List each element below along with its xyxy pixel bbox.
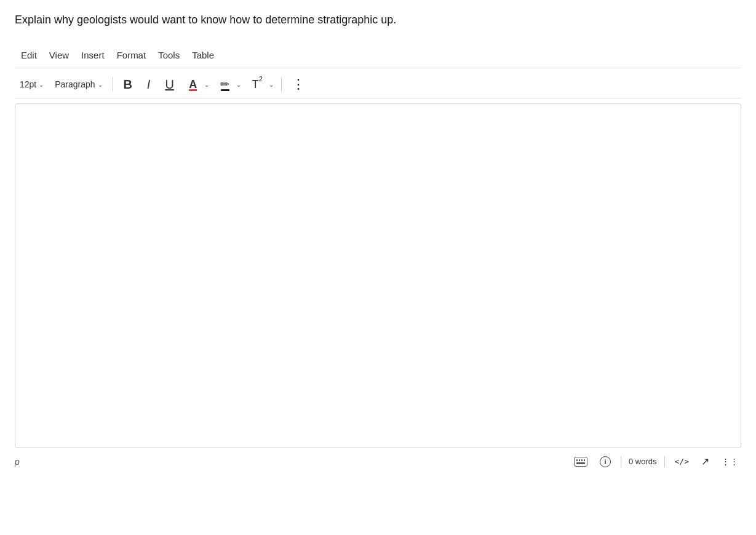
menu-item-view[interactable]: View (43, 47, 75, 63)
menu-bar: Edit View Insert Format Tools Table (15, 42, 741, 68)
toolbar-separator-1 (113, 77, 113, 92)
menu-item-format[interactable]: Format (111, 47, 153, 63)
keyboard-icon (574, 457, 587, 467)
menu-item-table[interactable]: Table (186, 47, 220, 63)
font-size-value: 12pt (20, 79, 36, 89)
paragraph-style-value: Paragraph (55, 79, 95, 89)
menu-item-insert[interactable]: Insert (75, 47, 111, 63)
element-tag-indicator: p (15, 457, 20, 467)
highlight-button-group[interactable]: ✏ ⌄ (213, 74, 244, 94)
status-more-icon: ⋮⋮ (722, 457, 739, 466)
menu-item-tools[interactable]: Tools (152, 47, 186, 63)
superscript-button-group[interactable]: T2 ⌄ (245, 74, 276, 94)
underline-button[interactable]: U (160, 74, 180, 94)
expand-button[interactable]: ↗ (699, 454, 712, 469)
info-icon: i (600, 456, 611, 467)
expand-icon: ↗ (701, 456, 709, 467)
font-color-button-group[interactable]: A ⌄ (181, 74, 212, 94)
italic-button[interactable]: I (139, 74, 159, 94)
toolbar-separator-2 (281, 77, 282, 92)
highlight-chevron-icon: ⌄ (236, 81, 241, 88)
keyboard-shortcut-button[interactable] (571, 456, 590, 468)
font-color-button[interactable]: A (183, 74, 203, 94)
bold-button[interactable]: B (118, 74, 138, 94)
superscript-icon: T2 (252, 78, 263, 91)
question-text: Explain why geologists would want to kno… (15, 12, 741, 28)
code-view-label: </> (675, 457, 689, 466)
font-color-label: A (189, 78, 197, 91)
superscript-button[interactable]: T2 (247, 74, 268, 94)
paragraph-chevron-icon: ⌄ (98, 81, 103, 88)
paragraph-style-selector[interactable]: Paragraph ⌄ (50, 78, 107, 91)
status-more-button[interactable]: ⋮⋮ (719, 456, 741, 467)
more-options-icon: ⋮ (292, 78, 306, 91)
superscript-chevron-icon: ⌄ (269, 81, 274, 88)
status-separator-2 (664, 456, 665, 467)
status-left: p (15, 457, 20, 467)
status-right: i 0 words </> ↗ ⋮⋮ (571, 454, 741, 469)
menu-item-edit[interactable]: Edit (15, 47, 43, 63)
toolbar: 12pt ⌄ Paragraph ⌄ B I U A ⌄ ✏ ⌄ (15, 71, 741, 99)
info-button[interactable]: i (597, 455, 613, 469)
code-view-button[interactable]: </> (672, 456, 691, 467)
font-size-selector[interactable]: 12pt ⌄ (15, 78, 49, 91)
highlight-button[interactable]: ✏ (215, 74, 235, 94)
editor-area[interactable] (15, 103, 741, 448)
status-bar: p i (15, 448, 741, 473)
word-count: 0 words (629, 457, 657, 466)
status-separator-1 (621, 456, 621, 467)
font-color-chevron-icon: ⌄ (204, 81, 209, 88)
font-size-chevron-icon: ⌄ (39, 81, 44, 88)
more-options-button[interactable]: ⋮ (287, 74, 311, 94)
